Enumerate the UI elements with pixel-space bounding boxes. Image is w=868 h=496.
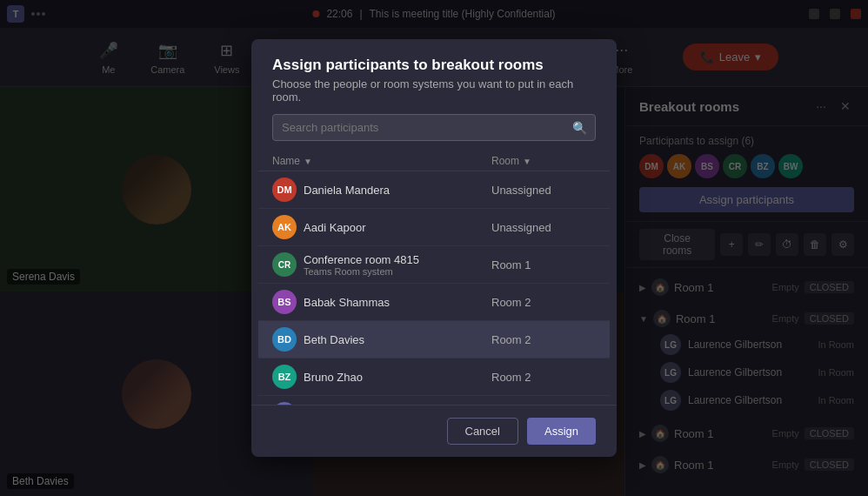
modal-table: Name ▼ Room ▼ DM Daniela Mandera Unassig… [258, 151, 610, 405]
modal-search: 🔍 [272, 114, 596, 141]
table-header: Name ▼ Room ▼ [258, 151, 610, 171]
avatar: CR [272, 252, 297, 277]
col-header-name: Name ▼ [272, 155, 484, 167]
participant-room: Unassigned [491, 184, 596, 197]
col-header-room: Room ▼ [491, 155, 596, 167]
name-sort-icon: ▼ [304, 157, 312, 166]
avatar: BD [272, 327, 297, 352]
table-row[interactable]: DM Daniela Mandera Unassigned [258, 171, 610, 209]
modal-subtitle: Choose the people or room systems you wa… [272, 77, 596, 104]
participant-name: Bruno Zhao [304, 371, 484, 384]
participant-room: Room 2 [491, 296, 596, 309]
participant-name: Conference room 4815 [304, 253, 419, 266]
participant-name: Daniela Mandera [304, 184, 484, 197]
table-row[interactable]: BZ Bruno Zhao Room 2 [258, 359, 610, 396]
participant-name: Babak Shammas [304, 296, 484, 309]
participant-room: Room 2 [491, 371, 596, 384]
table-row[interactable]: CR Conference room 4815 Teams Room syste… [258, 246, 610, 284]
participant-subtitle: Teams Room system [304, 266, 393, 277]
participant-name: Aadi Kapoor [304, 221, 484, 234]
participant-name-group: Conference room 4815 Teams Room system [304, 253, 484, 277]
avatar: BZ [272, 365, 297, 389]
table-row[interactable]: BD Beth Davies Room 2 [258, 321, 610, 359]
assign-button[interactable]: Assign [527, 418, 596, 445]
participant-name: Beth Davies [304, 333, 484, 346]
search-input[interactable] [272, 114, 596, 141]
room-sort-icon: ▼ [523, 157, 531, 166]
participant-room: Unassigned [491, 221, 596, 234]
participant-room: Room 2 [491, 333, 596, 346]
cancel-button[interactable]: Cancel [447, 418, 518, 445]
modal-overlay: Assign participants to breakout rooms Ch… [0, 0, 868, 496]
table-row[interactable]: AK Aadi Kapoor Unassigned [258, 209, 610, 246]
modal-title: Assign participants to breakout rooms [272, 57, 596, 74]
assign-participants-modal: Assign participants to breakout rooms Ch… [251, 39, 617, 457]
avatar: BS [272, 290, 297, 314]
avatar: DM [272, 178, 297, 202]
modal-header: Assign participants to breakout rooms Ch… [251, 39, 617, 114]
avatar: AK [272, 215, 297, 239]
table-row[interactable]: BW Bryan Wright Room 3 [258, 396, 610, 405]
modal-footer: Cancel Assign [251, 405, 617, 457]
table-row[interactable]: BS Babak Shammas Room 2 [258, 284, 610, 321]
search-icon: 🔍 [572, 121, 587, 135]
participant-room: Room 1 [491, 258, 596, 271]
